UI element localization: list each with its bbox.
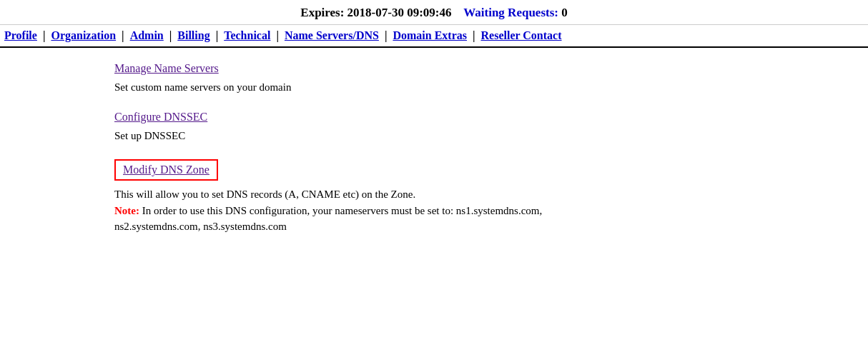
configure-dnssec-link[interactable]: Configure DNSSEC bbox=[114, 111, 207, 124]
nav-name-servers-dns[interactable]: Name Servers/DNS bbox=[285, 29, 379, 41]
modify-dns-zone-desc-line1: This will allow you to set DNS records (… bbox=[114, 188, 415, 200]
section-modify-dns-zone: Modify DNS Zone This will allow you to s… bbox=[114, 159, 754, 235]
note-label: Note: bbox=[114, 205, 139, 216]
manage-name-servers-link[interactable]: Manage Name Servers bbox=[114, 62, 219, 75]
modify-dns-zone-desc-line2: In order to use this DNS configuration, … bbox=[139, 205, 542, 216]
section-manage-name-servers: Manage Name Servers Set custom name serv… bbox=[114, 62, 754, 94]
configure-dnssec-desc: Set up DNSSEC bbox=[114, 130, 185, 141]
nav-bar: Profile | Organization | Admin | Billing… bbox=[0, 25, 868, 48]
nav-profile[interactable]: Profile bbox=[4, 29, 37, 41]
nav-organization[interactable]: Organization bbox=[51, 29, 116, 41]
manage-name-servers-desc: Set custom name servers on your domain bbox=[114, 81, 291, 93]
modify-dns-zone-box: Modify DNS Zone bbox=[114, 159, 218, 181]
nav-admin[interactable]: Admin bbox=[130, 29, 164, 41]
modify-dns-zone-link[interactable]: Modify DNS Zone bbox=[123, 164, 209, 176]
nav-reseller-contact[interactable]: Reseller Contact bbox=[481, 29, 562, 41]
nav-billing[interactable]: Billing bbox=[177, 29, 209, 41]
nav-technical[interactable]: Technical bbox=[224, 29, 270, 41]
waiting-requests-link[interactable]: Waiting Requests: bbox=[463, 6, 561, 19]
header-bar: Expires: 2018-07-30 09:09:46 Waiting Req… bbox=[0, 0, 868, 25]
modify-dns-zone-desc: This will allow you to set DNS records (… bbox=[114, 186, 754, 235]
nav-domain-extras[interactable]: Domain Extras bbox=[393, 29, 467, 41]
expires-text: Expires: 2018-07-30 09:09:46 bbox=[300, 6, 451, 19]
modify-dns-zone-desc-line3: ns2.systemdns.com, ns3.systemdns.com bbox=[114, 221, 287, 232]
section-configure-dnssec: Configure DNSSEC Set up DNSSEC bbox=[114, 111, 754, 142]
waiting-requests-count: 0 bbox=[561, 6, 568, 19]
main-content: Manage Name Servers Set custom name serv… bbox=[0, 48, 868, 266]
